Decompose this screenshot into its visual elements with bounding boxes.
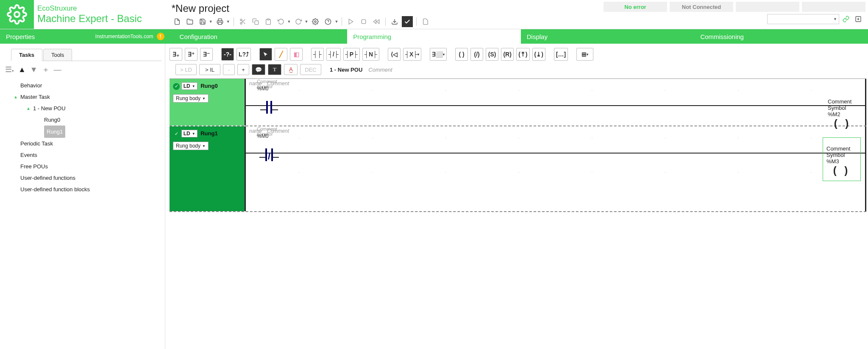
- contact-nc[interactable]: CommentSymbol %M0 /: [259, 146, 280, 160]
- comment-button[interactable]: 💬: [252, 64, 265, 75]
- add-icon[interactable]: ＋: [42, 64, 50, 75]
- tab-properties[interactable]: Properties InstrumentationTools.com !: [0, 29, 174, 44]
- rung-body-dropdown[interactable]: Rung body ▼: [173, 142, 209, 150]
- document-button[interactable]: [420, 16, 431, 27]
- coil-address[interactable]: %M2: [828, 111, 857, 117]
- pou-comment[interactable]: Comment: [368, 67, 392, 73]
- rung-insert-after-button[interactable]: ∃⁺: [185, 48, 198, 61]
- list-view-icon[interactable]: ☰▾: [5, 65, 14, 74]
- rung-column-headers: name Comment: [246, 126, 865, 136]
- selector-tool-button[interactable]: [259, 48, 272, 61]
- tree-rung1[interactable]: Rung1: [12, 126, 161, 138]
- print-dropdown-icon[interactable]: ▼: [226, 20, 230, 24]
- redo-dropdown-icon[interactable]: ▼: [305, 20, 309, 24]
- rewind-button[interactable]: [371, 16, 382, 27]
- coil-set-button[interactable]: (S): [486, 48, 498, 61]
- sidebar-tab-tools[interactable]: Tools: [43, 49, 72, 61]
- export-button[interactable]: [853, 14, 864, 25]
- download-button[interactable]: [389, 16, 400, 27]
- dec-format-button[interactable]: DEC: [300, 64, 321, 75]
- tab-configuration[interactable]: Configuration: [174, 29, 348, 44]
- right-toolbar: ▼: [767, 12, 868, 25]
- contact-nc-button[interactable]: ┤/├: [326, 48, 341, 61]
- compare-button[interactable]: ┤X├▾: [403, 48, 421, 61]
- paste-button[interactable]: [263, 16, 274, 27]
- tree-behavior[interactable]: Behavior: [12, 80, 161, 91]
- rung-name-label: Rung1: [200, 130, 217, 137]
- settings-button[interactable]: [310, 16, 321, 27]
- view-il-button[interactable]: > IL: [199, 64, 220, 75]
- zoom-in-button[interactable]: +: [237, 64, 249, 75]
- tree-udfb[interactable]: User-defined function blocks: [12, 184, 161, 195]
- open-file-button[interactable]: [184, 16, 195, 27]
- branch-mode-button[interactable]: ‑?‑: [221, 48, 234, 61]
- rung-body-dropdown[interactable]: Rung body ▼: [173, 94, 209, 103]
- view-ld-button[interactable]: > LD: [175, 64, 197, 75]
- coil-rising-button[interactable]: (⤒): [516, 48, 529, 61]
- zoom-out-button[interactable]: -: [223, 64, 235, 75]
- undo-button[interactable]: [275, 16, 287, 27]
- coil-neg-button[interactable]: (/): [470, 48, 483, 61]
- coil-falling-button[interactable]: (⤓): [532, 48, 545, 61]
- rung-0[interactable]: ✓ LD ▼ Rung0 Rung body ▼ name Comment --…: [170, 79, 866, 126]
- print-button[interactable]: [214, 16, 225, 27]
- undo-dropdown-icon[interactable]: ▼: [287, 20, 291, 24]
- stop-button[interactable]: [358, 16, 369, 27]
- verify-button[interactable]: [402, 16, 413, 27]
- branch-label-button[interactable]: L?⤴: [236, 48, 251, 61]
- rung-1[interactable]: ✓ LD ▼ Rung1 Rung body ▼ name Comment --…: [170, 126, 866, 211]
- save-button[interactable]: [197, 16, 208, 27]
- rung-lang-badge[interactable]: LD ▼: [181, 130, 198, 137]
- function-block-button[interactable]: ∃⬜▾: [430, 48, 447, 61]
- move-down-icon[interactable]: ▼: [30, 65, 38, 74]
- erase-button[interactable]: ◧: [290, 48, 303, 61]
- help-dropdown-icon[interactable]: ▼: [334, 20, 338, 24]
- remove-icon[interactable]: —: [54, 65, 61, 74]
- help-button[interactable]: [323, 16, 334, 27]
- contact-no[interactable]: CommentSymbol %M0: [259, 98, 280, 113]
- svg-line-6: [242, 20, 243, 22]
- move-up-icon[interactable]: ▲: [18, 65, 26, 74]
- cut-button[interactable]: [237, 16, 248, 27]
- rung-insert-before-button[interactable]: ∃₊: [170, 48, 182, 61]
- tree-rung0[interactable]: Rung0: [12, 114, 161, 126]
- sidebar-tab-tasks[interactable]: Tasks: [11, 49, 42, 61]
- save-dropdown-icon[interactable]: ▼: [209, 20, 213, 24]
- font-button[interactable]: A̲: [284, 64, 298, 75]
- tree-pou-1[interactable]: ▲1 - New POU: [12, 103, 161, 114]
- tree-events[interactable]: Events: [12, 149, 161, 161]
- contact-address[interactable]: %M0: [257, 133, 291, 139]
- tree-udf[interactable]: User-defined functions: [12, 172, 161, 184]
- run-button[interactable]: [345, 16, 356, 27]
- other-element-button[interactable]: ⊞▾: [576, 48, 593, 61]
- tree-periodic[interactable]: Periodic Task: [12, 138, 161, 149]
- contact-rising-button[interactable]: ┤P├: [343, 48, 360, 61]
- rung-canvas[interactable]: name Comment -------- CommentSymbol %M0 …: [246, 79, 866, 126]
- tab-commissioning[interactable]: Commissioning: [694, 29, 868, 44]
- tab-programming[interactable]: Programming: [347, 29, 521, 44]
- connect-button[interactable]: [840, 14, 851, 25]
- rung-lang-badge[interactable]: LD ▼: [181, 82, 198, 90]
- coil-button[interactable]: ( ): [455, 48, 468, 61]
- device-combo[interactable]: ▼: [767, 14, 839, 24]
- tab-display[interactable]: Display: [521, 29, 695, 44]
- brand-line-2: Machine Expert - Basic: [37, 13, 142, 25]
- coil-reset-button[interactable]: (R): [501, 48, 514, 61]
- new-file-button[interactable]: [172, 16, 183, 27]
- contact-falling-button[interactable]: ┤N├: [362, 48, 379, 61]
- redo-button[interactable]: [293, 16, 304, 27]
- tree-master-task[interactable]: ▲Master Task: [12, 91, 161, 103]
- operate-block-button[interactable]: […]: [554, 48, 568, 61]
- text-style-button[interactable]: T: [268, 64, 281, 75]
- coil-address[interactable]: %M3: [826, 158, 857, 165]
- rung-delete-button[interactable]: ∃⁻: [200, 48, 213, 61]
- draw-line-button[interactable]: ╱: [275, 48, 287, 61]
- rung-canvas[interactable]: name Comment -------- CommentSymbol %M0 …: [246, 126, 866, 211]
- coil-selected[interactable]: CommentSymbol %M3 ( ): [823, 137, 861, 181]
- contact-no-button[interactable]: ┤├: [311, 48, 324, 61]
- coil[interactable]: CommentSymbol %M2 ( ): [828, 98, 857, 129]
- contact-address[interactable]: %M0: [257, 86, 291, 92]
- compare-left-button[interactable]: ⟨◁: [388, 48, 401, 61]
- copy-button[interactable]: [250, 16, 261, 27]
- tree-free-pous[interactable]: Free POUs: [12, 161, 161, 172]
